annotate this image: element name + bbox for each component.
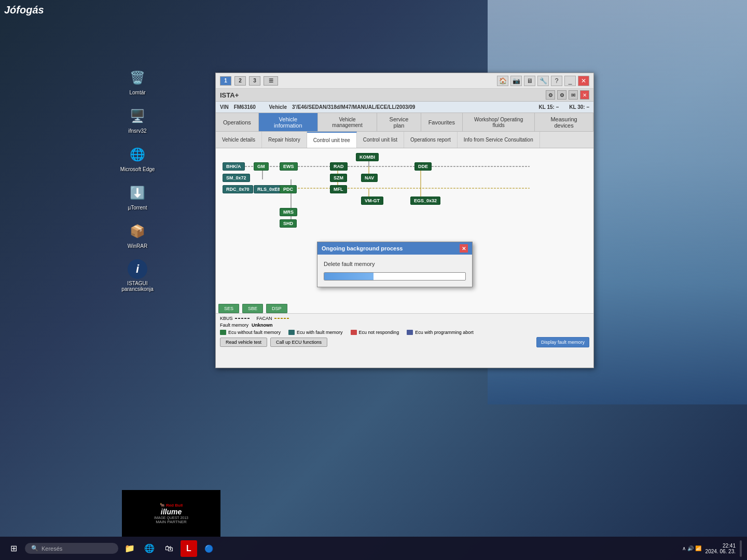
taskbar-bmw-icon[interactable]: 🔵	[200, 540, 217, 557]
fault-row: Fault memory Unknown	[220, 323, 589, 328]
subtab-vehicle-details[interactable]: Vehicle details	[216, 132, 262, 148]
tab-vehicle-management[interactable]: Vehicle management	[318, 113, 377, 131]
tab-service-plan[interactable]: Service plan	[377, 113, 421, 131]
read-vehicle-test-btn[interactable]: Read vehicle test	[220, 338, 267, 347]
kl15-label: KL 15: –	[539, 104, 559, 110]
home-icon[interactable]: 🏠	[497, 76, 508, 86]
fault-memory-value: Unknown	[252, 323, 273, 328]
nav-tabs: Operations Vehicle information Vehicle m…	[216, 113, 593, 132]
search-box[interactable]: 🔍	[25, 543, 118, 554]
gear2-icon[interactable]: ⚙	[557, 90, 566, 100]
taskbar-date: 2024. 06. 23.	[706, 549, 736, 554]
no-fault-dot	[220, 330, 226, 335]
show-desktop-btn[interactable]	[740, 540, 742, 557]
ecu-kombi[interactable]: KOMBI	[356, 153, 379, 161]
ecu-dde[interactable]: DDE	[414, 162, 432, 171]
vin-bar: VIN FM63160 Vehicle 3'/E46/SEDAN/318d/M4…	[216, 102, 593, 113]
ecu-mfl[interactable]: MFL	[330, 185, 347, 193]
tab-operations[interactable]: Operations	[216, 113, 259, 131]
ecu-shd[interactable]: SHD	[280, 219, 297, 228]
legend-with-fault: Ecu with fault memory	[288, 330, 343, 335]
wrench-icon[interactable]: 🔧	[537, 76, 549, 86]
ifnsrv32-icon: 🖥️	[127, 106, 148, 127]
desktop-icon-lomtar[interactable]: 🗑️ Lomtár	[119, 67, 156, 95]
title-bar2: ISTA+ ⚙ ⚙ ✉ ✕	[216, 89, 593, 102]
desktop-icon-istagui[interactable]: i ISTAGUI parancsikonja	[119, 259, 156, 292]
modal-dialog: Ongoing background process ✕ Delete faul…	[317, 242, 473, 287]
ecu-egs-0x32[interactable]: EGS_0x32	[410, 197, 440, 205]
taskbar-files-icon[interactable]: 📁	[121, 540, 138, 557]
facan-legend: FACAN	[257, 316, 290, 321]
desktop-icon-ifnsrv32[interactable]: 🖥️ ifnsrv32	[119, 106, 156, 134]
close2-icon[interactable]: ✕	[580, 90, 589, 100]
close-icon[interactable]: ✕	[578, 76, 589, 86]
ecu-ews[interactable]: EWS	[280, 162, 298, 171]
subtab-control-unit-tree[interactable]: Control unit tree	[307, 132, 357, 148]
ecu-vm-gt[interactable]: VM-GT	[361, 197, 383, 205]
utorrent-label: µTorrent	[128, 205, 147, 211]
search-icon: 🔍	[31, 545, 38, 552]
tab-measuring-devices[interactable]: Measuring devices	[535, 113, 593, 131]
legend-row: Ecu without fault memory Ecu with fault …	[220, 330, 589, 335]
edge-icon: 🌐	[127, 144, 148, 165]
istagui-icon: i	[128, 259, 147, 279]
tab-vehicle-information[interactable]: Vehicle information	[259, 113, 318, 131]
not-responding-dot	[351, 330, 357, 335]
tab-2-btn[interactable]: 2	[234, 76, 246, 86]
desktop-icon-edge[interactable]: 🌐 Microsoft Edge	[119, 144, 156, 172]
sbe-button[interactable]: SBE	[242, 304, 263, 313]
sub-tabs: Vehicle details Repair history Control u…	[216, 132, 593, 148]
kl15-value: –	[556, 104, 559, 110]
progress-bar-container	[324, 272, 466, 281]
kl30-label: KL 30: –	[569, 104, 589, 110]
settings-icon[interactable]: ⚙	[546, 90, 555, 100]
desktop-icon-winrar[interactable]: 📦 WinRAR	[119, 221, 156, 249]
monitor-icon[interactable]: 🖥	[524, 76, 535, 86]
modal-close-icon[interactable]: ✕	[460, 244, 468, 253]
subtab-control-unit-list[interactable]: Control unit list	[357, 132, 404, 148]
list-view-btn[interactable]: ☰	[264, 76, 278, 86]
search-input[interactable]	[42, 545, 113, 552]
ecu-szm[interactable]: SZM	[330, 174, 347, 182]
vin-value: FM63160	[234, 104, 256, 110]
ecu-gm[interactable]: GM	[254, 162, 269, 171]
legend-no-fault: Ecu without fault memory	[220, 330, 281, 335]
mail-icon[interactable]: ✉	[569, 90, 578, 100]
dsp-button[interactable]: DSP	[266, 304, 287, 313]
desktop-icon-utorrent[interactable]: ⬇️ µTorrent	[119, 183, 156, 211]
subtab-operations-report[interactable]: Operations report	[404, 132, 458, 148]
legend-not-responding: Ecu not responding	[351, 330, 399, 335]
tab-1-btn[interactable]: 1	[220, 76, 231, 86]
call-ecu-functions-btn[interactable]: Call up ECU functions	[270, 338, 327, 347]
vehicle-label: Vehicle	[269, 104, 286, 110]
vehicle-value: 3'/E46/SEDAN/318d/M47/MANUAL/ECE/LL/2003…	[292, 104, 415, 110]
subtab-info-service[interactable]: Info from Service Consultation	[458, 132, 540, 148]
tab-workshop-fluids[interactable]: Workshop/ Operating fluids	[463, 113, 535, 131]
ses-row: SES SBE DSP	[218, 304, 287, 313]
ecu-sm-0x72[interactable]: SM_0x72	[223, 174, 250, 182]
subtab-repair-history[interactable]: Repair history	[262, 132, 307, 148]
modal-body: Delete fault memory	[317, 255, 472, 287]
tab-favourites[interactable]: Favourites	[421, 113, 463, 131]
help-icon[interactable]: ?	[551, 76, 562, 86]
tab-3-btn[interactable]: 3	[249, 76, 260, 86]
taskbar-l-icon[interactable]: L	[181, 540, 197, 557]
minimize-icon[interactable]: _	[564, 76, 576, 86]
start-button[interactable]: ⊞	[5, 540, 22, 557]
ecu-mrs[interactable]: MRS	[280, 208, 297, 216]
main-content: KOMBI BHK/A GM EWS RAD DDE SM_0x72 SZM N…	[216, 148, 593, 352]
ecu-nav[interactable]: NAV	[361, 174, 378, 182]
ecu-bhka[interactable]: BHK/A	[223, 162, 245, 171]
ecu-rdc-0x70[interactable]: RDC_0x70	[223, 185, 253, 193]
ista-title: ISTA+	[220, 91, 239, 99]
winrar-label: WinRAR	[128, 243, 147, 249]
ses-button[interactable]: SES	[218, 304, 239, 313]
taskbar-store-icon[interactable]: 🛍	[161, 540, 177, 557]
progress-bar	[324, 273, 374, 280]
ecu-rad[interactable]: RAD	[330, 162, 348, 171]
taskbar-edge-icon[interactable]: 🌐	[141, 540, 158, 557]
ecu-pdc[interactable]: PDC	[280, 185, 297, 193]
camera-icon[interactable]: 📷	[510, 76, 522, 86]
display-fault-memory-btn[interactable]: Display fault memory	[536, 337, 589, 347]
edge-label: Microsoft Edge	[120, 166, 155, 172]
